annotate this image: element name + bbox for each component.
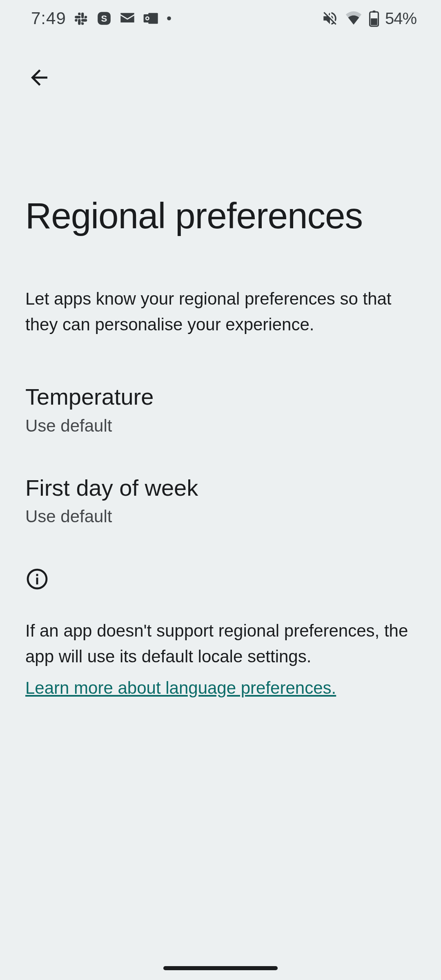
status-right: 54% <box>321 9 416 28</box>
content-area: Regional preferences Let apps know your … <box>0 196 441 698</box>
slack-icon <box>74 11 89 26</box>
setting-first-day-value: Use default <box>25 507 416 526</box>
nav-bar-handle[interactable] <box>163 966 278 970</box>
page-title: Regional preferences <box>25 196 416 236</box>
info-icon <box>25 567 416 592</box>
outlook-icon <box>143 11 159 26</box>
status-time: 7:49 <box>31 9 66 28</box>
mail-icon <box>119 11 136 26</box>
setting-first-day-of-week[interactable]: First day of week Use default <box>25 473 416 527</box>
toolbar <box>0 37 441 92</box>
setting-temperature-value: Use default <box>25 416 416 436</box>
status-bar: 7:49 S 54% <box>0 0 441 37</box>
dot-icon <box>167 16 172 21</box>
battery-icon <box>369 10 379 27</box>
svg-rect-8 <box>372 11 375 13</box>
status-left: 7:49 S <box>31 9 172 28</box>
app-icon: S <box>96 11 112 26</box>
mute-icon <box>321 10 339 27</box>
back-button[interactable] <box>24 63 54 92</box>
setting-temperature[interactable]: Temperature Use default <box>25 382 416 436</box>
svg-point-6 <box>167 16 171 20</box>
arrow-back-icon <box>27 65 51 90</box>
battery-percentage: 54% <box>385 9 416 28</box>
svg-rect-12 <box>36 574 38 576</box>
info-section: If an app doesn't support regional prefe… <box>25 567 416 698</box>
info-text: If an app doesn't support regional prefe… <box>25 618 416 669</box>
setting-first-day-title: First day of week <box>25 473 416 503</box>
svg-rect-11 <box>36 578 38 585</box>
page-subtitle: Let apps know your regional preferences … <box>25 286 416 337</box>
wifi-icon <box>344 10 363 27</box>
svg-rect-9 <box>371 18 377 25</box>
svg-point-5 <box>146 18 148 20</box>
learn-more-link[interactable]: Learn more about language preferences. <box>25 678 336 698</box>
setting-temperature-title: Temperature <box>25 382 416 412</box>
svg-text:S: S <box>101 13 107 24</box>
